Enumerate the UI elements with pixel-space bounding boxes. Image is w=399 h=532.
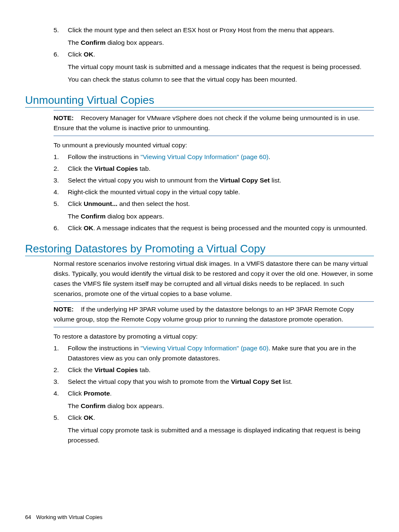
bold-text: Virtual Copies <box>95 165 138 172</box>
list-text: The <box>68 402 81 409</box>
bold-text: Unmount... <box>84 200 118 207</box>
list-text: Click <box>68 414 84 421</box>
list-number: 4. <box>54 388 59 398</box>
top-ordered-list: 5. Click the mount type and then select … <box>25 25 374 85</box>
note-text: Recovery Manager for VMware vSphere does… <box>54 114 360 131</box>
list-number: 5. <box>54 25 59 35</box>
section1-ordered-list: 1. Follow the instructions in "Viewing V… <box>25 152 374 233</box>
bold-text: Confirm <box>81 402 105 409</box>
list-text: Click <box>68 224 84 231</box>
list-text: and then select the host. <box>118 200 190 207</box>
list-text: The <box>68 39 81 46</box>
note-box: NOTE: Recovery Manager for VMware vSpher… <box>54 110 374 136</box>
list-text: Right-click the mounted virtual copy in … <box>68 187 374 197</box>
bold-text: Virtual Copy Set <box>220 177 270 184</box>
list-text: tab. <box>138 366 151 373</box>
list-item: 4. Click Promote. The Confirm dialog box… <box>25 388 374 411</box>
list-item: 2. Click the Virtual Copies tab. <box>25 164 374 174</box>
page-number: 64 <box>25 514 31 520</box>
list-text: Select the virtual copy you wish to unmo… <box>68 177 220 184</box>
note-label: NOTE: <box>54 306 74 313</box>
list-item: 6. Click OK. A message indicates that th… <box>25 223 374 233</box>
note-box: NOTE: If the underlying HP 3PAR volume u… <box>54 301 374 327</box>
section-heading-restoring: Restoring Datastores by Promoting a Virt… <box>25 242 374 256</box>
list-text: . A message indicates that the request i… <box>93 224 367 231</box>
list-text: . <box>110 390 112 397</box>
body-paragraph: Normal restore scenarios involve restori… <box>54 259 374 299</box>
bold-text: Virtual Copies <box>95 366 138 373</box>
list-text: Click <box>68 390 84 397</box>
list-item: 3. Select the virtual copy you wish to u… <box>25 175 374 185</box>
bold-text: Confirm <box>81 213 105 220</box>
list-text: Follow the instructions in <box>68 153 141 160</box>
list-item: 5. Click OK. The virtual copy promote ta… <box>25 413 374 445</box>
list-number: 5. <box>54 413 59 423</box>
list-text: dialog box appears. <box>105 402 164 409</box>
list-item: 6. Click OK. The virtual copy mount task… <box>25 49 374 85</box>
bold-text: Virtual Copy Set <box>231 378 281 385</box>
list-text: . <box>93 414 95 421</box>
list-text: Click the <box>68 165 95 172</box>
list-number: 6. <box>54 223 59 233</box>
list-text: dialog box appears. <box>105 213 164 220</box>
list-number: 6. <box>54 49 59 59</box>
bold-text: Promote <box>84 390 110 397</box>
cross-reference-link[interactable]: "Viewing Virtual Copy Information" (page… <box>141 344 269 352</box>
list-text: . <box>93 51 95 58</box>
list-text: tab. <box>138 165 151 172</box>
chapter-title: Working with Virtual Copies <box>36 514 102 520</box>
list-number: 3. <box>54 175 59 185</box>
list-text: The virtual copy mount task is submitted… <box>68 62 374 72</box>
list-text: Click <box>68 200 84 207</box>
list-text: list. <box>270 177 281 184</box>
list-number: 4. <box>54 187 59 197</box>
page-content: 5. Click the mount type and then select … <box>0 0 399 532</box>
list-text: . <box>269 153 270 160</box>
bold-text: OK <box>84 224 93 231</box>
body-paragraph: To unmount a previously mounted virtual … <box>54 140 374 150</box>
list-text: The virtual copy promote task is submitt… <box>68 425 374 445</box>
page-footer: 64Working with Virtual Copies <box>25 514 102 520</box>
list-text: You can check the status column to see t… <box>68 75 374 85</box>
cross-reference-link[interactable]: "Viewing Virtual Copy Information" (page… <box>141 153 269 160</box>
list-text: list. <box>281 378 293 385</box>
list-item: 2. Click the Virtual Copies tab. <box>25 365 374 375</box>
list-text: Follow the instructions in <box>68 344 141 352</box>
list-text: dialog box appears. <box>105 39 164 46</box>
list-number: 1. <box>54 152 59 162</box>
list-number: 2. <box>54 365 59 375</box>
list-number: 1. <box>54 343 59 353</box>
body-paragraph: To restore a datastore by promoting a vi… <box>54 332 374 342</box>
note-text: If the underlying HP 3PAR volume used by… <box>54 306 354 323</box>
note-label: NOTE: <box>54 114 74 121</box>
list-item: 1. Follow the instructions in "Viewing V… <box>25 152 374 162</box>
list-number: 3. <box>54 377 59 387</box>
section2-ordered-list: 1. Follow the instructions in "Viewing V… <box>25 343 374 445</box>
bold-text: Confirm <box>81 39 105 46</box>
list-item: 1. Follow the instructions in "Viewing V… <box>25 343 374 363</box>
list-item: 3. Select the virtual copy that you wish… <box>25 377 374 387</box>
list-text: Select the virtual copy that you wish to… <box>68 378 231 385</box>
list-text: Click <box>68 51 84 58</box>
list-number: 2. <box>54 164 59 174</box>
list-number: 5. <box>54 199 59 209</box>
list-item: 5. Click the mount type and then select … <box>25 25 374 48</box>
list-text: The <box>68 213 81 220</box>
bold-text: OK <box>84 414 93 421</box>
list-text: Click the <box>68 366 95 373</box>
bold-text: OK <box>84 51 93 58</box>
list-item: 4. Right-click the mounted virtual copy … <box>25 187 374 197</box>
list-text: Click the mount type and then select an … <box>68 26 335 33</box>
list-item: 5. Click Unmount... and then select the … <box>25 199 374 221</box>
section-heading-unmounting: Unmounting Virtual Copies <box>25 94 374 108</box>
